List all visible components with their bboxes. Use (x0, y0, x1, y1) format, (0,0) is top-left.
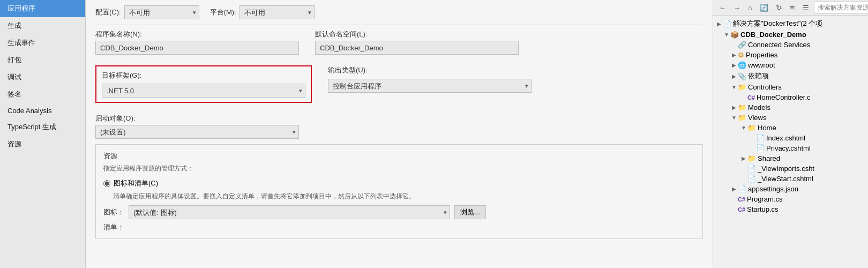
views-icon: 📁 (738, 114, 746, 122)
index-icon: 📄 (756, 134, 765, 142)
target-output-row: 目标框架(G): .NET 5.0 输出类型(U): 控制台应用程序 (95, 65, 703, 108)
target-select-wrapper: .NET 5.0 (102, 84, 305, 98)
tree-item-deps[interactable]: ▶ 📎 依赖项 (713, 70, 868, 82)
startup-label: 启动对象(O): (95, 114, 703, 123)
se-collapse-btn[interactable]: ≣ (787, 2, 798, 13)
toggle-appsettings[interactable]: ▶ (730, 186, 738, 192)
se-refresh-btn[interactable]: ↻ (773, 2, 784, 13)
tree-item-viewimports[interactable]: 📄 _ViewImports.csht (713, 163, 868, 174)
toggle-views[interactable]: ▼ (730, 115, 738, 121)
platform-select[interactable]: 不可用 (240, 5, 315, 19)
tree-item-appsettings[interactable]: ▶ 📄 appsettings.json (713, 184, 868, 194)
cs-icon-home: C# (747, 94, 755, 101)
sidebar-item-signing[interactable]: 签名 (0, 86, 85, 103)
se-home-btn[interactable]: ⌂ (745, 2, 755, 13)
toggle-wwwroot[interactable]: ▶ (730, 62, 738, 68)
tree-item-views[interactable]: ▼ 📁 Views (713, 113, 868, 123)
tree-item-homecontroller[interactable]: C# HomeController.c (713, 92, 868, 102)
assembly-block: 程序集名称(N): (95, 29, 299, 55)
toggle-home[interactable]: ▼ (740, 125, 747, 131)
appsettings-label: appsettings.json (748, 185, 798, 193)
tree-item-shared[interactable]: ▶ 📁 Shared (713, 153, 868, 163)
se-sync-btn[interactable]: 🔄 (757, 2, 771, 13)
toggle-controllers[interactable]: ▼ (730, 84, 738, 90)
toggle-deps[interactable]: ▶ (730, 73, 738, 79)
se-toolbar: ← → ⌂ 🔄 ↻ ≣ ☰ (713, 0, 868, 16)
viewstart-icon: 📄 (747, 175, 756, 183)
sidebar-item-typescript[interactable]: TypeScript 生成 (0, 118, 85, 136)
target-select[interactable]: .NET 5.0 (102, 84, 305, 98)
tree-item-wwwroot[interactable]: ▶ 🌐 wwwroot (713, 60, 868, 70)
sidebar-item-application[interactable]: 应用程序 (0, 0, 85, 17)
sidebar-item-build[interactable]: 生成 (0, 17, 85, 34)
output-select[interactable]: 控制台应用程序 (328, 79, 532, 93)
toggle-project[interactable]: ▼ (723, 32, 730, 38)
icon-select[interactable]: (默认值: 图标) (129, 205, 450, 219)
shared-icon: 📁 (747, 154, 756, 162)
config-select[interactable]: 不可用 (124, 5, 199, 19)
privacy-label: Privacy.cshtml (766, 144, 811, 152)
config-group: 配置(C): 不可用 (95, 5, 199, 19)
output-select-wrapper: 控制台应用程序 (328, 79, 532, 93)
namespace-label: 默认命名空间(L): (315, 29, 519, 39)
views-label: Views (748, 114, 766, 122)
tree-item-models[interactable]: ▶ 📁 Models (713, 102, 868, 113)
se-search-input[interactable] (814, 2, 868, 13)
tree-item-properties[interactable]: ▶ ⚙ Properties (713, 50, 868, 60)
cs-icon-startup: C# (738, 206, 745, 213)
solution-label: 解决方案"DockerTest"(2 个项 (733, 19, 822, 28)
assembly-input[interactable] (95, 41, 299, 55)
sidebar-item-code-analysis[interactable]: Code Analysis (0, 103, 85, 118)
shared-label: Shared (758, 154, 780, 162)
toggle-solution[interactable]: ▶ (715, 21, 723, 27)
startup-select-wrapper: (未设置) (95, 125, 299, 139)
platform-select-wrapper: 不可用 (240, 5, 315, 19)
toggle-models[interactable]: ▶ (730, 105, 738, 110)
tree-item-home[interactable]: ▼ 📁 Home (713, 123, 868, 133)
solution-explorer: ← → ⌂ 🔄 ↻ ≣ ☰ ▶ 📄 解决方案"DockerTest"(2 个项 … (713, 0, 868, 268)
tree-item-connected-services[interactable]: 🔗 Connected Services (713, 40, 868, 50)
sidebar-item-package[interactable]: 打包 (0, 51, 85, 69)
radio-icons-manifest[interactable] (103, 180, 110, 187)
tree-item-project[interactable]: ▼ 📦 CDB_Docker_Demo (713, 29, 868, 40)
tree-item-viewstart[interactable]: 📄 _ViewStart.cshtml (713, 174, 868, 184)
sidebar-item-resources[interactable]: 资源 (0, 136, 85, 153)
config-select-wrapper: 不可用 (124, 5, 199, 19)
se-tree: ▶ 📄 解决方案"DockerTest"(2 个项 ▼ 📦 CDB_Docker… (713, 16, 868, 268)
sidebar: 应用程序 生成 生成事件 打包 调试 签名 Code Analysis Type… (0, 0, 86, 268)
sidebar-item-build-events[interactable]: 生成事件 (0, 34, 85, 51)
tree-item-index[interactable]: 📄 Index.cshtml (713, 133, 868, 143)
tree-item-startup[interactable]: C# Startup.cs (713, 204, 868, 214)
assembly-namespace-row: 程序集名称(N): 默认命名空间(L): (95, 29, 703, 60)
program-label: Program.cs (747, 195, 782, 203)
appsettings-icon: 📄 (738, 185, 746, 193)
namespace-input[interactable] (315, 41, 519, 55)
config-label: 配置(C): (95, 8, 121, 17)
tree-item-controllers[interactable]: ▼ 📁 Controllers (713, 82, 868, 92)
controllers-label: Controllers (748, 83, 782, 91)
homecontroller-label: HomeController.c (757, 93, 810, 101)
index-label: Index.cshtml (766, 134, 805, 142)
tree-item-privacy[interactable]: 📄 Privacy.cshtml (713, 143, 868, 153)
tree-item-program[interactable]: C# Program.cs (713, 194, 868, 204)
sidebar-item-debug[interactable]: 调试 (0, 69, 85, 86)
startup-select[interactable]: (未设置) (95, 125, 299, 139)
se-props-btn[interactable]: ☰ (800, 2, 812, 13)
toggle-properties[interactable]: ▶ (730, 52, 738, 58)
models-icon: 📁 (738, 103, 746, 111)
viewimports-label: _ViewImports.csht (758, 165, 814, 173)
resources-title: 资源 (103, 151, 695, 161)
browse-button[interactable]: 浏览... (454, 205, 486, 219)
output-label: 输出类型(U): (328, 65, 532, 75)
icon-row: 图标： (默认值: 图标) 浏览... (103, 205, 695, 219)
toggle-shared[interactable]: ▶ (740, 155, 747, 161)
radio-icons-row: 图标和清单(C) (103, 178, 695, 188)
connected-label: Connected Services (748, 41, 810, 49)
solution-icon: 📄 (723, 20, 731, 28)
target-block: 目标框架(G): .NET 5.0 (95, 65, 312, 103)
project-label: CDB_Docker_Demo (740, 31, 806, 39)
se-forward-btn[interactable]: → (731, 2, 743, 13)
tree-item-solution[interactable]: ▶ 📄 解决方案"DockerTest"(2 个项 (713, 18, 868, 29)
se-back-btn[interactable]: ← (716, 2, 729, 13)
project-icon: 📦 (730, 31, 739, 39)
